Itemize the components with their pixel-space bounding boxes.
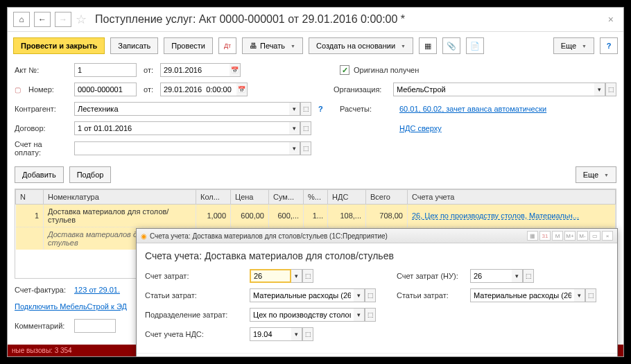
accounts-dialog: ◉ Счета учета: Доставка материалов для с… xyxy=(136,228,618,357)
dropdown-icon[interactable]: ▾ xyxy=(594,83,605,96)
col-nom[interactable]: Номенклатура xyxy=(44,190,196,205)
cost-item2-label: Статьи затрат: xyxy=(397,291,466,300)
struct-icon[interactable]: ▦ xyxy=(419,37,437,54)
number-input[interactable] xyxy=(74,83,137,96)
col-n[interactable]: N xyxy=(16,190,44,205)
open-icon[interactable]: ⬚ xyxy=(300,121,311,135)
doc-status-icon: ▢ xyxy=(15,86,24,94)
m-minus-icon[interactable]: M- xyxy=(577,231,588,241)
sf-link[interactable]: 123 от 29.01. xyxy=(74,286,120,294)
sf-label: Счет-фактура: xyxy=(15,286,70,294)
minimize-icon[interactable]: ▭ xyxy=(589,231,600,241)
back-button[interactable]: ← xyxy=(34,12,51,27)
col-qty[interactable]: Кол... xyxy=(196,190,231,205)
post-button[interactable]: Провести xyxy=(164,37,213,54)
calc-icon[interactable]: ▦ xyxy=(527,231,538,241)
dialog-title: Счета учета: Доставка материалов для сто… xyxy=(145,250,609,261)
cost-item2-input[interactable] xyxy=(470,288,574,302)
col-pct[interactable]: %... xyxy=(304,190,328,205)
contract-label: Договор: xyxy=(15,124,70,132)
open-icon[interactable]: ⬚ xyxy=(302,269,313,283)
open-icon[interactable]: ⬚ xyxy=(605,83,616,96)
table-more-button[interactable]: Еще xyxy=(576,166,616,183)
open-icon[interactable]: ⬚ xyxy=(523,269,534,283)
settlements-link[interactable]: 60.01, 60.02, зачет аванса автоматически xyxy=(399,105,546,113)
from-label-2: от: xyxy=(141,85,156,94)
home-button[interactable]: ⌂ xyxy=(13,12,30,27)
dt-kt-icon[interactable]: Дт xyxy=(218,37,236,54)
favorite-icon[interactable]: ☆ xyxy=(76,12,87,27)
print-label: Печать xyxy=(260,42,285,50)
select-row-button[interactable]: Подбор xyxy=(69,166,112,183)
table-row[interactable]: 1 Доставка материалов для столов/стульев… xyxy=(16,205,616,227)
cost-acc-nu-label: Счет затрат (НУ): xyxy=(397,272,466,280)
original-received-checkbox[interactable]: ✓ xyxy=(340,65,349,75)
col-price[interactable]: Цена xyxy=(231,190,269,205)
open-icon[interactable]: ⬚ xyxy=(365,308,376,322)
calendar-icon[interactable]: 📅 xyxy=(230,63,241,77)
app-icon: ◉ xyxy=(141,232,147,240)
invoice-label: Счет на оплату: xyxy=(15,140,70,157)
open-icon[interactable]: ⬚ xyxy=(585,288,596,302)
accounts-link[interactable]: 26, Цех по производству столов, Материал… xyxy=(412,211,579,220)
dept-input[interactable] xyxy=(250,308,354,322)
dropdown-icon[interactable]: ▾ xyxy=(291,269,302,283)
col-vat[interactable]: НДС xyxy=(328,190,366,205)
dialog-window-title: Счета учета: Доставка материалов для сто… xyxy=(150,232,388,240)
attach-icon[interactable]: 📎 xyxy=(442,37,460,54)
open-icon[interactable]: ⬚ xyxy=(302,327,313,341)
m-plus-icon[interactable]: M+ xyxy=(564,231,576,241)
more-button[interactable]: Еще xyxy=(553,37,594,54)
edo-link[interactable]: Подключить МебельСтрой к ЭД xyxy=(15,302,127,311)
act-no-label: Акт №: xyxy=(15,66,70,74)
number-label: Номер: xyxy=(28,85,70,94)
dropdown-icon[interactable]: ▾ xyxy=(354,288,365,302)
dropdown-icon[interactable]: ▾ xyxy=(289,102,300,116)
number-date-input[interactable] xyxy=(160,83,236,96)
settlements-label: Расчеты: xyxy=(340,105,395,113)
close-icon[interactable]: × xyxy=(604,14,618,25)
dropdown-icon[interactable]: ▾ xyxy=(512,269,523,283)
cost-acc-input[interactable] xyxy=(250,269,291,283)
contractor-input[interactable] xyxy=(74,102,289,116)
add-row-button[interactable]: Добавить xyxy=(15,166,64,183)
comment-input[interactable] xyxy=(74,319,116,333)
comment-label: Комментарий: xyxy=(15,322,70,330)
act-date-input[interactable] xyxy=(160,63,230,77)
help-icon[interactable]: ? xyxy=(318,105,323,113)
col-accounts[interactable]: Счета учета xyxy=(408,190,616,205)
cal-icon[interactable]: 31 xyxy=(539,231,551,241)
act-no-input[interactable] xyxy=(74,63,137,77)
dropdown-icon[interactable]: ▾ xyxy=(574,288,585,302)
original-received-label: Оригинал получен xyxy=(354,66,419,74)
open-icon[interactable]: ⬚ xyxy=(300,141,311,155)
m-icon[interactable]: M xyxy=(552,231,563,241)
open-icon[interactable]: ⬚ xyxy=(365,288,376,302)
dropdown-icon[interactable]: ▾ xyxy=(289,141,300,155)
contractor-label: Контрагент: xyxy=(15,105,70,113)
cost-item-input[interactable] xyxy=(250,288,354,302)
save-button[interactable]: Записать xyxy=(110,37,158,54)
vat-acc-input[interactable] xyxy=(250,327,291,341)
dropdown-icon[interactable]: ▾ xyxy=(291,327,302,341)
contract-input[interactable] xyxy=(74,121,289,135)
col-sum[interactable]: Сум... xyxy=(269,190,304,205)
forward-button[interactable]: → xyxy=(55,12,71,27)
open-icon[interactable]: ⬚ xyxy=(300,102,311,116)
vat-link[interactable]: НДС сверху xyxy=(399,124,442,132)
invoice-input[interactable] xyxy=(74,141,289,155)
cost-acc-label: Счет затрат: xyxy=(145,272,245,280)
dropdown-icon[interactable]: ▾ xyxy=(354,308,365,322)
post-and-close-button[interactable]: Провести и закрыть xyxy=(13,37,105,54)
create-based-button[interactable]: Создать на основании xyxy=(309,37,413,54)
dropdown-icon[interactable]: ▾ xyxy=(289,121,300,135)
doc-icon[interactable]: 📄 xyxy=(466,37,484,54)
help-icon[interactable]: ? xyxy=(600,37,618,54)
cost-acc-nu-input[interactable] xyxy=(470,269,512,283)
close-dialog-icon[interactable]: × xyxy=(602,231,613,241)
page-title: Поступление услуг: Акт 0000-000001 от 29… xyxy=(95,13,600,26)
print-button[interactable]: 🖶 Печать xyxy=(242,37,303,54)
col-total[interactable]: Всего xyxy=(366,190,408,205)
calendar-icon[interactable]: 📅 xyxy=(236,83,248,96)
org-input[interactable] xyxy=(393,83,594,96)
